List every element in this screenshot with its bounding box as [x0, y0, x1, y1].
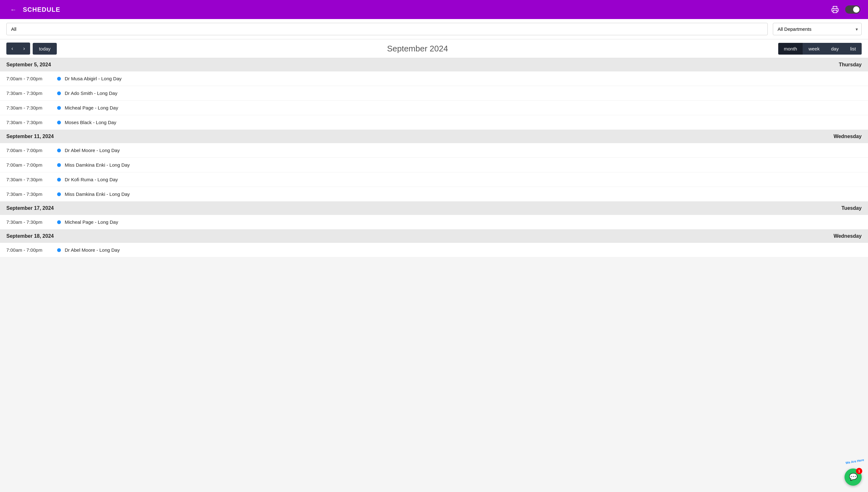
event-dot: [57, 248, 61, 252]
event-dot: [57, 149, 61, 152]
event-time: 7:30am - 7:30pm: [6, 120, 57, 125]
event-dot: [57, 106, 61, 110]
event-dot: [57, 178, 61, 181]
back-button[interactable]: ←: [8, 4, 19, 15]
event-label: Dr Kofi Ruma - Long Day: [65, 177, 118, 182]
event-time: 7:30am - 7:30pm: [6, 219, 57, 225]
date-group-day: Wednesday: [834, 233, 862, 239]
today-button[interactable]: today: [33, 43, 57, 55]
schedule-row[interactable]: 7:00am - 7:00pm Miss Damkina Enki - Long…: [0, 158, 868, 172]
prev-button[interactable]: ‹: [6, 43, 18, 55]
schedule-row[interactable]: 7:30am - 7:30pm Miss Damkina Enki - Long…: [0, 187, 868, 201]
event-time: 7:30am - 7:30pm: [6, 91, 57, 96]
event-label: Dr Musa Abigirl - Long Day: [65, 76, 122, 81]
theme-toggle[interactable]: [845, 5, 860, 14]
date-group-label: September 11, 2024: [6, 133, 54, 139]
event-label: Micheal Page - Long Day: [65, 105, 118, 110]
calendar-controls: ‹ › today September 2024 month week day …: [0, 39, 868, 58]
search-input[interactable]: All: [6, 23, 768, 35]
date-group-day: Wednesday: [834, 133, 862, 139]
date-group-header: September 5, 2024 Thursday: [0, 58, 868, 71]
date-group-header: September 17, 2024 Tuesday: [0, 201, 868, 215]
view-week-button[interactable]: week: [802, 43, 825, 55]
event-dot: [57, 163, 61, 167]
chat-badge: 1: [856, 468, 862, 474]
filters-bar: All All Departments Emergency Radiology …: [0, 19, 868, 39]
department-select[interactable]: All Departments Emergency Radiology Surg…: [773, 23, 862, 35]
chat-button[interactable]: 💬 1: [844, 468, 862, 486]
event-label: Micheal Page - Long Day: [65, 219, 118, 225]
event-time: 7:00am - 7:00pm: [6, 76, 57, 81]
schedule-container: September 5, 2024 Thursday 7:00am - 7:00…: [0, 58, 868, 488]
view-buttons: month week day list: [778, 43, 862, 55]
header-icons: [830, 4, 860, 15]
date-group-label: September 18, 2024: [6, 233, 54, 239]
schedule-row[interactable]: 7:30am - 7:30pm Micheal Page - Long Day: [0, 101, 868, 115]
event-time: 7:00am - 7:00pm: [6, 162, 57, 168]
event-time: 7:00am - 7:00pm: [6, 148, 57, 153]
event-time: 7:00am - 7:00pm: [6, 247, 57, 253]
event-dot: [57, 77, 61, 81]
event-label: Miss Damkina Enki - Long Day: [65, 162, 130, 168]
svg-rect-0: [833, 10, 837, 13]
event-dot: [57, 92, 61, 95]
schedule-row[interactable]: 7:30am - 7:30pm Dr Kofi Ruma - Long Day: [0, 172, 868, 187]
schedule-row[interactable]: 7:00am - 7:00pm Dr Musa Abigirl - Long D…: [0, 71, 868, 86]
schedule-row[interactable]: 7:00am - 7:00pm Dr Abel Moore - Long Day: [0, 143, 868, 158]
page-title: SCHEDULE: [23, 6, 830, 13]
date-group-day: Tuesday: [841, 205, 862, 211]
event-label: Dr Abel Moore - Long Day: [65, 247, 120, 253]
date-group-label: September 5, 2024: [6, 62, 51, 68]
event-time: 7:30am - 7:30pm: [6, 191, 57, 197]
event-dot: [57, 121, 61, 124]
event-time: 7:30am - 7:30pm: [6, 105, 57, 110]
event-dot: [57, 192, 61, 196]
nav-buttons: ‹ ›: [6, 43, 30, 55]
schedule-row[interactable]: 7:30am - 7:30pm Dr Ado Smith - Long Day: [0, 86, 868, 101]
view-month-button[interactable]: month: [778, 43, 803, 55]
schedule-row[interactable]: 7:00am - 7:00pm Dr Abel Moore - Long Day: [0, 243, 868, 257]
date-group-label: September 17, 2024: [6, 205, 54, 211]
event-label: Dr Abel Moore - Long Day: [65, 148, 120, 153]
view-list-button[interactable]: list: [844, 43, 862, 55]
event-label: Miss Damkina Enki - Long Day: [65, 191, 130, 197]
header: ← SCHEDULE: [0, 0, 868, 19]
department-filter-wrapper: All Departments Emergency Radiology Surg…: [773, 23, 862, 35]
print-icon[interactable]: [830, 4, 840, 15]
date-group-header: September 11, 2024 Wednesday: [0, 130, 868, 143]
event-dot: [57, 220, 61, 224]
schedule-row[interactable]: 7:30am - 7:30pm Moses Black - Long Day: [0, 115, 868, 130]
event-time: 7:30am - 7:30pm: [6, 177, 57, 182]
event-label: Dr Ado Smith - Long Day: [65, 91, 118, 96]
event-label: Moses Black - Long Day: [65, 120, 117, 125]
chat-widget[interactable]: We Are Here 💬 1: [844, 468, 862, 486]
calendar-title: September 2024: [57, 44, 778, 54]
view-day-button[interactable]: day: [825, 43, 844, 55]
date-group-header: September 18, 2024 Wednesday: [0, 229, 868, 243]
next-button[interactable]: ›: [18, 43, 30, 55]
schedule-row[interactable]: 7:30am - 7:30pm Micheal Page - Long Day: [0, 215, 868, 229]
date-group-day: Thursday: [839, 62, 862, 68]
